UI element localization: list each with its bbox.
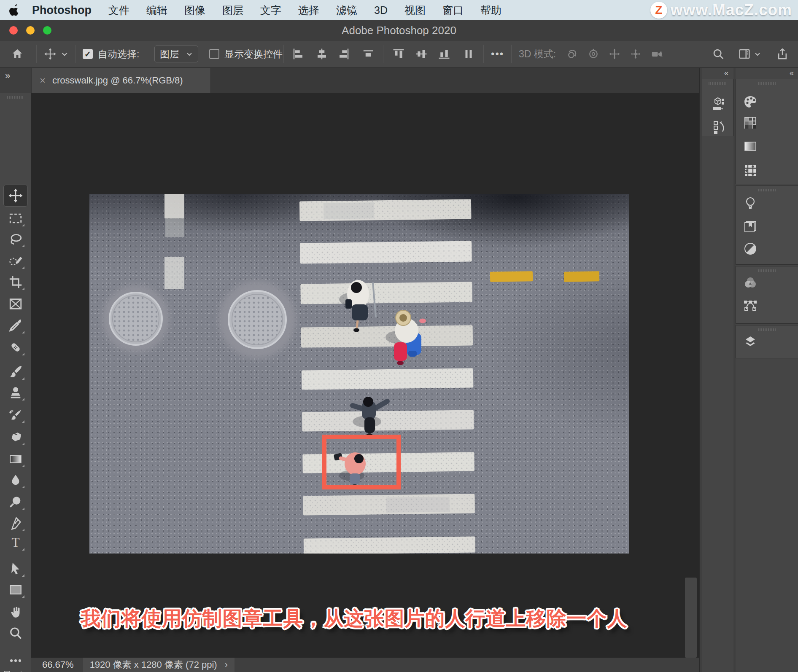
swatches-grid-icon <box>743 116 758 130</box>
paths-panel-button[interactable] <box>743 298 758 313</box>
3d-roll-button[interactable] <box>587 40 600 67</box>
channels-panel-button[interactable] <box>743 276 758 290</box>
tool-type[interactable]: T <box>8 535 23 550</box>
menu-view[interactable]: 视图 <box>404 3 426 17</box>
swatches-panel-button[interactable] <box>743 116 758 130</box>
vertical-scrollbar[interactable] <box>685 578 697 658</box>
tool-pen[interactable] <box>8 516 23 530</box>
panel-grip[interactable] <box>758 328 776 331</box>
tool-eyedropper[interactable] <box>8 318 23 333</box>
panel-grip[interactable] <box>758 269 776 272</box>
tool-zoom[interactable] <box>8 626 23 640</box>
menu-type[interactable]: 文字 <box>260 3 281 17</box>
tool-crop[interactable] <box>8 275 23 289</box>
adjustments-panel-button[interactable] <box>743 242 758 256</box>
menu-help[interactable]: 帮助 <box>480 3 501 17</box>
menu-edit[interactable]: 编辑 <box>146 3 167 17</box>
menubar-app-name[interactable]: Photoshop <box>32 4 92 17</box>
menu-window[interactable]: 窗口 <box>442 3 464 17</box>
gradients-panel-button[interactable] <box>743 139 758 153</box>
eraser-icon <box>8 430 23 444</box>
divider <box>483 45 484 63</box>
tool-brush[interactable] <box>8 365 23 379</box>
auto-select-checkbox[interactable]: ✓ 自动选择: <box>83 40 139 67</box>
tool-move[interactable] <box>3 185 28 207</box>
document-canvas[interactable]: 我们将使用仿制图章工具，从这张图片的人行道上移除一个人 66.67% 1920 … <box>31 93 699 672</box>
tool-frame[interactable] <box>8 297 23 311</box>
brush-icon <box>8 365 23 379</box>
3d-orbit-button[interactable] <box>566 40 579 67</box>
lasso-icon <box>8 232 23 246</box>
menu-3d[interactable]: 3D <box>374 4 388 16</box>
menu-select[interactable]: 选择 <box>298 3 319 17</box>
3d-pan-button[interactable] <box>608 40 621 67</box>
more-tools-button[interactable] <box>8 653 23 668</box>
show-transform-checkbox[interactable]: 显示变换控件 <box>209 40 283 67</box>
tool-spot-healing[interactable] <box>8 340 23 355</box>
document-tab[interactable]: × crosswalk.jpg @ 66.7%(RGB/8) <box>32 68 211 93</box>
menu-file[interactable]: 文件 <box>108 3 129 17</box>
highlight-rectangle <box>322 435 401 489</box>
tool-object-selection[interactable] <box>8 254 23 268</box>
panel-grip[interactable] <box>758 189 776 191</box>
tool-path-selection[interactable] <box>8 562 23 576</box>
panel-grip[interactable] <box>758 82 776 85</box>
tool-dodge[interactable] <box>8 495 23 509</box>
move-tool-icon <box>44 48 57 60</box>
tab-overflow-button[interactable]: » <box>0 68 31 93</box>
3d-slide-button[interactable] <box>629 40 642 67</box>
panel-grip[interactable] <box>709 82 727 85</box>
align-top-button[interactable] <box>392 40 405 67</box>
libraries-panel-button[interactable] <box>743 220 758 234</box>
search-button[interactable] <box>712 40 725 67</box>
properties-panel-button[interactable] <box>711 97 725 111</box>
history-panel-button[interactable] <box>711 120 725 134</box>
color-panel-button[interactable] <box>743 94 758 108</box>
status-bar: 66.67% 1920 像素 x 1280 像素 (72 ppi) › <box>31 658 699 672</box>
tool-clone-stamp[interactable] <box>8 385 23 400</box>
close-tab-icon[interactable]: × <box>40 75 46 86</box>
align-top-edge-button[interactable] <box>362 40 375 67</box>
divider <box>383 45 383 63</box>
collapse-dock-button[interactable]: « <box>702 68 733 79</box>
align-right-button[interactable] <box>337 40 350 67</box>
menu-filter[interactable]: 滤镜 <box>336 3 357 17</box>
align-bottom-button[interactable] <box>438 40 450 67</box>
workspace-button[interactable] <box>738 40 761 67</box>
layers-panel-button[interactable] <box>743 335 758 349</box>
swap-colors-button[interactable] <box>18 669 29 672</box>
gradient-panel-icon <box>743 139 758 153</box>
tool-lasso[interactable] <box>8 232 23 246</box>
menu-image[interactable]: 图像 <box>184 3 205 17</box>
zoom-level-field[interactable]: 66.67% <box>42 659 74 670</box>
tool-history-brush[interactable] <box>8 408 23 422</box>
share-button[interactable] <box>776 40 789 67</box>
auto-select-target-dropdown[interactable]: 图层 <box>154 40 198 67</box>
learn-panel-button[interactable] <box>743 196 758 210</box>
move-tool-preset[interactable] <box>44 40 68 67</box>
3d-pan-icon <box>608 48 621 60</box>
document-info[interactable]: 1920 像素 x 1280 像素 (72 ppi) › <box>83 658 235 672</box>
collapse-dock-button[interactable]: « <box>736 68 798 79</box>
tool-rectangle-shape[interactable] <box>8 583 23 597</box>
distribute-v-button[interactable] <box>462 40 475 67</box>
tool-gradient[interactable] <box>8 452 23 466</box>
tool-blur[interactable] <box>8 473 23 487</box>
dock-column-wide: « <box>736 68 798 672</box>
align-middle-icon <box>415 48 428 60</box>
home-button[interactable] <box>11 40 24 67</box>
align-left-button[interactable] <box>292 40 305 67</box>
align-center-h-button[interactable] <box>315 40 328 67</box>
3d-camera-button[interactable] <box>650 40 663 67</box>
menu-layer[interactable]: 图层 <box>222 3 243 17</box>
patterns-panel-button[interactable] <box>743 164 758 178</box>
panel-grip[interactable] <box>7 96 24 99</box>
more-options-button[interactable]: ••• <box>491 40 504 67</box>
tool-eraser[interactable] <box>8 430 23 444</box>
crosswalk-photo[interactable] <box>89 194 629 554</box>
default-colors-button[interactable] <box>3 670 14 672</box>
tool-rectangular-marquee[interactable] <box>8 211 23 226</box>
apple-menu-icon[interactable] <box>9 4 20 16</box>
tool-hand[interactable] <box>8 605 23 619</box>
align-middle-button[interactable] <box>415 40 428 67</box>
